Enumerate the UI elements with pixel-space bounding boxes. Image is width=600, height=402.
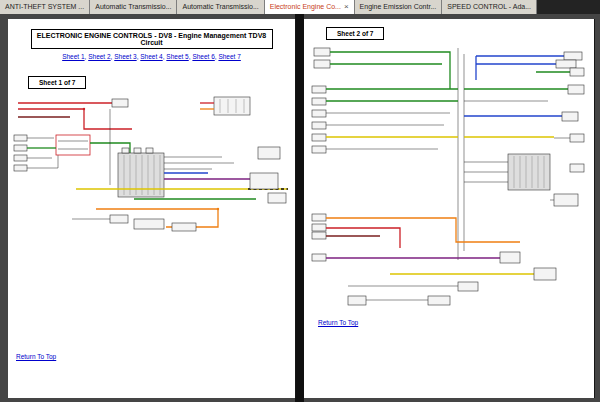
document-tab-bar: ANTI-THEFT SYSTEM ... Automatic Transmis…: [0, 0, 600, 14]
right-page: Sheet 2 of 7: [304, 19, 594, 398]
tab-speed-control[interactable]: SPEED CONTROL - Ada...: [442, 0, 537, 14]
tab-label: Electronic Engine Co...: [270, 0, 341, 14]
tab-automatic-transmission-2[interactable]: Automatic Transmissio...: [177, 0, 264, 14]
tab-label: SPEED CONTROL - Ada...: [447, 0, 531, 14]
tab-automatic-transmission-1[interactable]: Automatic Transmissio...: [90, 0, 177, 14]
wiring-diagram-sheet-1: [12, 95, 292, 235]
wiring-diagram-sheet-2: [308, 46, 590, 318]
tab-label: Engine Emission Contr...: [360, 0, 437, 14]
return-to-top-link[interactable]: Return To Top: [16, 353, 56, 360]
sheet-link-4[interactable]: Sheet 4: [140, 53, 162, 60]
page-divider: [295, 14, 304, 402]
tab-anti-theft-system[interactable]: ANTI-THEFT SYSTEM ...: [0, 0, 90, 14]
tab-label: Automatic Transmissio...: [95, 0, 171, 14]
tab-engine-emission-control[interactable]: Engine Emission Contr...: [355, 0, 443, 14]
sheet-label: Sheet 2 of 7: [326, 27, 384, 40]
diagram-title: ELECTRONIC ENGINE CONTROLS - DV8 - Engin…: [31, 29, 273, 49]
tab-label: ANTI-THEFT SYSTEM ...: [5, 0, 84, 14]
close-icon[interactable]: ×: [344, 3, 349, 11]
sheet-links: Sheet 1, Sheet 2, Sheet 3, Sheet 4, Shee…: [8, 53, 295, 60]
sheet-link-2[interactable]: Sheet 2: [88, 53, 110, 60]
sheet-link-5[interactable]: Sheet 5: [166, 53, 188, 60]
tab-electronic-engine-controls[interactable]: Electronic Engine Co... ×: [265, 0, 355, 14]
sheet-label: Sheet 1 of 7: [28, 76, 86, 89]
sheet-link-7[interactable]: Sheet 7: [218, 53, 240, 60]
sheet-link-1[interactable]: Sheet 1: [62, 53, 84, 60]
return-to-top-link[interactable]: Return To Top: [318, 319, 358, 326]
left-page: ELECTRONIC ENGINE CONTROLS - DV8 - Engin…: [8, 19, 295, 398]
sheet-link-6[interactable]: Sheet 6: [192, 53, 214, 60]
tab-label: Automatic Transmissio...: [182, 0, 258, 14]
sheet-link-3[interactable]: Sheet 3: [114, 53, 136, 60]
